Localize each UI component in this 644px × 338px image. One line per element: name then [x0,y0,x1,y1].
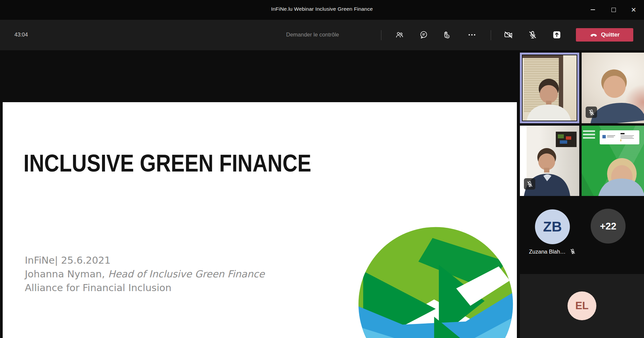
teams-meeting-window: InFiNe.lu Webinar Inclusive Green Financ… [0,0,644,338]
slide-subtitle-block: InFiNe| 25.6.2021 Johanna Nyman, Head of… [25,254,265,295]
mic-off-icon [528,30,537,40]
mic-toggle-button[interactable] [525,27,540,42]
slide-organization-line: Alliance for Financial Inclusion [25,281,265,295]
mic-muted-badge [586,107,597,118]
slide-speaker-line: Johanna Nyman, Head of Inclusive Green F… [25,267,265,281]
participants-icon [395,30,404,39]
participants-button[interactable] [392,27,407,42]
hang-up-icon [590,31,598,39]
camera-toggle-button[interactable] [501,27,516,42]
mic-off-icon [570,248,576,255]
share-screen-icon [552,30,561,40]
video-feed [523,55,577,121]
filmstrip-overflow-panel: EL [520,274,644,338]
share-button[interactable] [549,27,564,42]
maximize-button[interactable] [606,3,621,17]
reactions-button[interactable] [439,27,453,42]
close-icon: ✕ [631,7,636,13]
avatar-initials: ZB [543,219,562,235]
leave-meeting-button[interactable]: Quitter [576,28,633,42]
minimize-button[interactable] [585,3,600,17]
mic-off-icon [526,181,533,188]
camera-off-icon [504,30,513,40]
participant-avatar-zb[interactable]: ZB [535,209,570,244]
more-participants-badge[interactable]: +22 [591,209,626,244]
video-tile[interactable] [582,126,644,196]
video-tile-active-speaker[interactable] [520,53,579,123]
window-titlebar: InFiNe.lu Webinar Inclusive Green Financ… [0,0,644,20]
toolbar-divider [381,30,381,40]
meeting-toolbar: 43:04 Demander le contrôle Quitter [0,20,644,50]
meeting-timer: 43:04 [14,32,28,38]
mic-off-icon [588,109,595,116]
video-tile[interactable] [520,126,579,196]
slide-title: INCLUSIVE GREEN FINANCE [23,149,311,177]
request-control-button[interactable]: Demander le contrôle [286,31,357,38]
shared-presentation-slide: INCLUSIVE GREEN FINANCE InFiNe| 25.6.202… [3,102,517,338]
more-options-button[interactable] [465,27,479,42]
participant-name-label: Zuzana Blah… [529,249,566,255]
chat-icon [419,30,428,39]
video-tile[interactable] [582,53,644,123]
leave-meeting-label: Quitter [601,31,620,38]
close-button[interactable]: ✕ [626,3,641,17]
toolbar-divider [491,30,491,40]
inclusive-green-finance-globe-logo [357,225,515,338]
chat-button[interactable] [416,27,431,42]
window-title: InFiNe.lu Webinar Inclusive Green Financ… [0,6,644,12]
minimize-icon [591,9,595,10]
ellipsis-icon [469,34,475,36]
slide-date-line: InFiNe| 25.6.2021 [25,254,265,267]
maximize-icon [611,8,616,12]
avatar-initials: EL [575,300,589,312]
raised-hand-reaction-icon [442,30,450,39]
more-count: +22 [600,221,616,232]
mic-muted-badge [524,178,535,190]
participant-video-woman-green-bg [582,126,644,196]
participant-video-woman [523,55,577,121]
participant-avatar-el[interactable]: EL [568,291,596,320]
